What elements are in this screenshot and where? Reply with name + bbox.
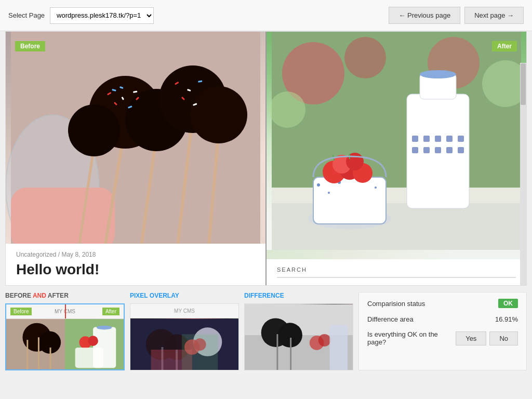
header-right: ← Previous page Next page → [389,7,524,24]
ok-badge: OK [498,299,518,308]
blog-title: Hello world! [16,261,255,278]
svg-point-70 [88,336,98,346]
svg-rect-43 [423,147,430,153]
before-label: Before [15,41,45,51]
svg-rect-64 [50,348,51,370]
search-text: SEARCH [277,267,516,273]
pixel-overlay-panel: PIXEL OVERLAY MY CMS [130,292,239,370]
after-panel: After [267,32,526,285]
thumb-after-badge: After [102,308,119,315]
select-page-label: Select Page [8,11,45,19]
svg-point-57 [346,153,364,170]
thumb-image-area [6,319,124,370]
scrollbar[interactable] [520,63,526,286]
svg-rect-42 [412,147,418,153]
difference-title: DIFFERENCE [244,292,353,299]
svg-point-31 [269,91,305,128]
svg-point-52 [375,187,377,189]
blog-meta: Uncategorized / May 8, 2018 [16,251,255,258]
svg-rect-40 [446,136,453,142]
svg-rect-91 [329,325,348,370]
svg-point-68 [97,326,112,330]
after-image-svg [267,32,526,250]
svg-rect-46 [458,147,464,153]
status-panel: Comparision status OK Difference area 16… [358,292,527,370]
svg-point-36 [420,70,456,78]
difference-area-label: Difference area [367,315,414,323]
before-after-thumbnail: Before MY CMS After [5,303,125,370]
blog-content: Uncategorized / May 8, 2018 Hello world! [6,244,265,285]
pixel-image [130,318,238,370]
svg-rect-87 [276,334,278,370]
svg-rect-48 [313,177,386,224]
before-panel: Before [6,32,265,285]
cake-pops-image [6,32,265,250]
thumb-after-image [65,319,124,370]
search-bar [277,277,516,278]
difference-image [245,304,353,370]
svg-rect-45 [446,147,453,153]
thumb-header-bar: Before MY CMS After [6,304,124,319]
next-page-button[interactable]: Next page → [464,7,524,24]
pixel-thumb-header: MY CMS [130,304,238,318]
svg-point-28 [344,37,386,78]
svg-point-90 [318,334,331,347]
svg-rect-71 [75,348,103,368]
pixel-cms-label: MY CMS [174,308,195,314]
header-left: Select Page wordpress.plesk178.tk/?p=1/ [8,7,154,24]
header: Select Page wordpress.plesk178.tk/?p=1/ … [0,0,532,31]
svg-rect-41 [458,136,464,142]
search-content: SEARCH [267,259,526,285]
before-after-title: BEFORE AND AFTER [5,292,125,299]
difference-area-row: Difference area 16.91% [367,315,518,323]
difference-area-value: 16.91% [495,315,518,323]
svg-point-49 [317,183,320,187]
milk-bottle-image [267,32,526,250]
svg-rect-33 [272,203,521,250]
scroll-thumb[interactable] [521,63,526,105]
after-label: After [492,41,517,51]
svg-point-11 [190,86,247,143]
panel-divider [265,32,267,285]
comparison-container: Before [5,31,527,286]
before-after-panel: BEFORE AND AFTER Before MY CMS After [5,292,125,370]
difference-thumbnail [244,303,353,370]
is-everything-ok-label: Is everything OK on the page? [367,330,456,346]
thumb-before-badge: Before [10,308,32,315]
bottom-section: BEFORE AND AFTER Before MY CMS After [0,286,532,377]
svg-rect-63 [38,337,39,370]
yes-no-buttons: Yes No [456,331,518,345]
svg-rect-88 [290,338,291,370]
comparison-status-row: Comparision status OK [367,299,518,308]
svg-point-50 [328,192,330,194]
svg-rect-2 [11,188,115,250]
before-image-svg [6,32,265,250]
thumb-before-image [6,319,65,370]
pixel-overlay-thumbnail: MY CMS [130,303,239,370]
svg-rect-39 [435,136,441,142]
svg-rect-38 [423,136,430,142]
svg-rect-37 [412,136,418,142]
page-select[interactable]: wordpress.plesk178.tk/?p=1/ [50,7,154,24]
svg-rect-82 [130,319,238,370]
svg-rect-65 [26,340,28,370]
prev-page-button[interactable]: ← Previous page [389,7,460,24]
difference-panel: DIFFERENCE [244,292,353,370]
svg-point-12 [68,104,120,156]
thumb-split-line [65,304,66,318]
pixel-overlay-title: PIXEL OVERLAY [130,292,239,299]
comparison-status-label: Comparision status [367,300,425,308]
svg-rect-44 [435,147,441,153]
no-button[interactable]: No [489,331,518,345]
yes-button[interactable]: Yes [456,331,486,345]
is-everything-ok-row: Is everything OK on the page? Yes No [367,330,518,346]
